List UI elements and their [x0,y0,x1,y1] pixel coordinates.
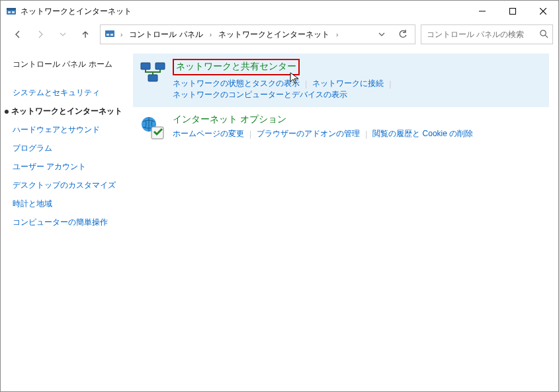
sidebar-item-label: ネットワークとインターネット [11,106,122,117]
breadcrumb-root[interactable]: コントロール パネル [128,29,204,40]
chevron-right-icon[interactable]: › [333,31,341,38]
search-icon[interactable] [539,29,548,40]
link-manage-addons[interactable]: ブラウザーのアドオンの管理 [257,128,360,139]
sidebar-item-label: ユーザー アカウント [13,161,86,173]
category-links: ネットワークの状態とタスクの表示 | ネットワークに接続 | ネットワークのコン… [173,78,542,100]
titlebar: ネットワークとインターネット [1,1,558,22]
chevron-right-icon[interactable]: › [207,31,214,38]
sidebar-home-label: コントロール パネル ホーム [13,59,112,70]
separator: | [244,130,257,139]
svg-rect-9 [141,63,150,69]
category-title-label: ネットワークと共有センター [176,61,296,71]
sidebar-item-user-accounts[interactable]: ユーザー アカウント [13,161,128,173]
sidebar: コントロール パネル ホーム システムとセキュリティ ネットワークとインターネッ… [1,47,133,391]
sidebar-item-label: システムとセキュリティ [13,87,100,98]
content-area: ネットワークと共有センター ネットワークの状態とタスクの表示 | ネットワークに… [133,47,558,391]
breadcrumb-current-label: ネットワークとインターネット [218,29,329,40]
sidebar-item-label: 時計と地域 [13,198,52,210]
sidebar-item-programs[interactable]: プログラム [13,143,128,154]
minimize-button[interactable] [467,1,497,21]
maximize-button[interactable] [497,1,528,21]
category-network-sharing[interactable]: ネットワークと共有センター ネットワークの状態とタスクの表示 | ネットワークに… [133,54,549,107]
window-title: ネットワークとインターネット [21,6,132,17]
sidebar-item-label: デスクトップのカスタマイズ [13,180,116,191]
sidebar-item-label: コンピューターの簡単操作 [13,217,108,228]
category-title-internet-options[interactable]: インターネット オプション [173,114,286,126]
link-network-status-tasks[interactable]: ネットワークの状態とタスクの表示 [173,78,300,89]
refresh-button[interactable] [394,25,412,44]
chevron-right-icon[interactable]: › [118,31,125,38]
separator: | [300,79,312,89]
breadcrumb-current[interactable]: ネットワークとインターネット [217,29,331,40]
link-view-network-devices[interactable]: ネットワークのコンピューターとデバイスの表示 [173,89,347,100]
sidebar-item-hardware-sound[interactable]: ハードウェアとサウンド [13,124,128,136]
sidebar-home[interactable]: コントロール パネル ホーム [13,59,128,70]
category-text: ネットワークと共有センター ネットワークの状態とタスクの表示 | ネットワークに… [173,59,542,100]
sidebar-item-system-security[interactable]: システムとセキュリティ [13,87,128,98]
close-button[interactable] [528,1,558,21]
category-title-network-sharing[interactable]: ネットワークと共有センター [173,59,300,75]
svg-rect-10 [155,63,165,69]
internet-options-icon [140,115,166,141]
breadcrumb-root-label: コントロール パネル [129,29,202,40]
sidebar-item-ease-of-access[interactable]: コンピューターの簡単操作 [13,217,128,228]
link-delete-history-cookies[interactable]: 閲覧の履歴と Cookie の削除 [372,128,473,139]
address-bar[interactable]: › コントロール パネル › ネットワークとインターネット › [100,24,415,44]
link-change-homepage[interactable]: ホームページの変更 [173,128,244,139]
category-text: インターネット オプション ホームページの変更 | ブラウザーのアドオンの管理 … [173,114,542,139]
window-icon [6,6,17,17]
bullet-icon [5,110,9,114]
address-dropdown-button[interactable] [372,25,391,44]
svg-rect-3 [12,11,15,13]
link-connect-network[interactable]: ネットワークに接続 [312,78,384,89]
sidebar-item-appearance[interactable]: デスクトップのカスタマイズ [13,180,128,191]
svg-rect-2 [8,11,11,13]
category-title-label: インターネット オプション [173,114,286,124]
address-icon [105,28,115,41]
recent-dropdown[interactable] [58,29,68,40]
search-input[interactable] [425,29,539,40]
sidebar-item-clock-region[interactable]: 時計と地域 [13,198,128,210]
separator: | [360,130,372,139]
category-internet-options[interactable]: インターネット オプション ホームページの変更 | ブラウザーのアドオンの管理 … [133,108,549,148]
sidebar-item-network-internet[interactable]: ネットワークとインターネット [5,106,128,117]
navigation-row: › コントロール パネル › ネットワークとインターネット › [1,22,558,47]
svg-rect-1 [7,8,16,10]
forward-button[interactable] [35,29,46,40]
svg-point-8 [540,30,546,35]
up-button[interactable] [80,29,91,40]
network-sharing-icon [140,60,166,87]
sidebar-item-label: ハードウェアとサウンド [13,124,100,136]
svg-rect-4 [510,9,516,15]
svg-rect-6 [107,34,109,36]
body: コントロール パネル ホーム システムとセキュリティ ネットワークとインターネッ… [1,47,558,391]
sidebar-item-label: プログラム [13,143,52,154]
window-controls [467,1,558,21]
svg-rect-11 [148,75,157,81]
category-links: ホームページの変更 | ブラウザーのアドオンの管理 | 閲覧の履歴と Cooki… [173,128,542,139]
svg-rect-7 [110,34,113,36]
search-box[interactable] [421,24,553,44]
nav-arrows [6,29,95,40]
separator: | [384,79,396,89]
back-button[interactable] [13,29,23,40]
